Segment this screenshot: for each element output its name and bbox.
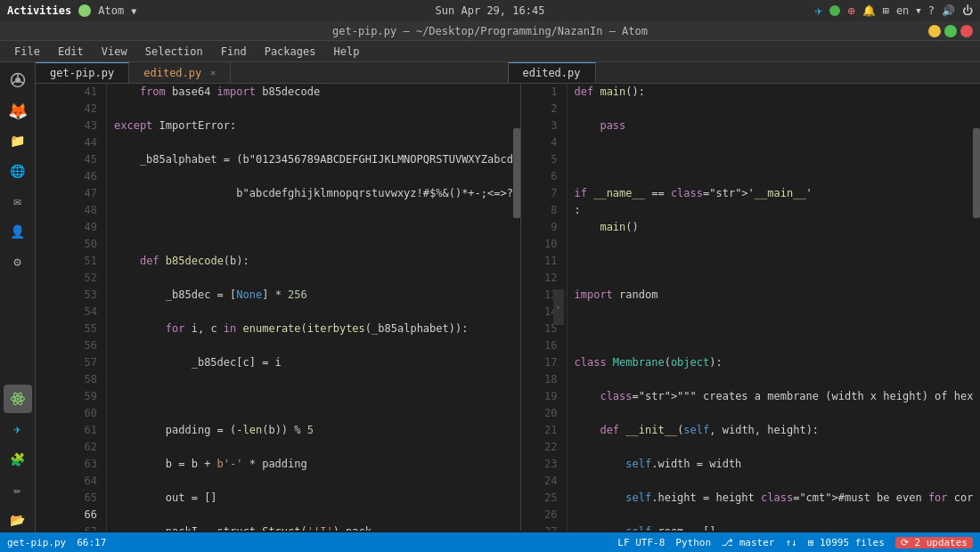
code-line: class="str">""" creates a membrane (widt… — [575, 388, 981, 405]
menu-help[interactable]: Help — [326, 44, 366, 60]
sidebar-icon-pencil[interactable]: ✏ — [4, 475, 32, 504]
system-bar: Activities Atom ▼ Sun Apr 29, 16:45 ✈ ⊕ … — [0, 0, 980, 21]
tab-edited-right[interactable]: edited.py — [509, 62, 596, 83]
line-number: 27 — [532, 524, 561, 531]
sidebar-icon-files[interactable]: 📁 — [4, 126, 32, 155]
line-number: 8 — [532, 202, 561, 219]
volume-icon[interactable]: 🔊 — [942, 4, 955, 17]
line-number: 54 — [71, 304, 101, 321]
maximize-button[interactable] — [944, 25, 957, 37]
status-language[interactable]: Python — [675, 537, 711, 548]
status-bar: get-pip.py 66:17 LF UTF-8 Python ⎇ maste… — [0, 532, 980, 552]
line-number: 22 — [532, 439, 561, 456]
atom-app-name[interactable]: Atom — [98, 4, 124, 17]
code-line: if __name__ == class="str">'__main__' — [575, 185, 981, 202]
system-bar-center: Sun Apr 29, 16:45 — [436, 4, 545, 17]
menu-edit[interactable]: Edit — [51, 44, 91, 60]
menu-selection[interactable]: Selection — [138, 44, 210, 60]
sidebar-icon-puzzle[interactable]: 🧩 — [4, 445, 32, 474]
code-line: self.room = [] — [575, 524, 981, 531]
line-number: 20 — [532, 405, 561, 422]
line-number: 21 — [532, 422, 561, 439]
line-number: 24 — [532, 473, 561, 490]
sidebar-icon-firefox[interactable]: 🦊 — [4, 96, 32, 125]
status-files[interactable]: ⊞ 10995 files — [808, 537, 885, 548]
code-line: def __init__(self, width, height): — [575, 422, 981, 439]
status-file[interactable]: get-pip.py — [7, 537, 66, 548]
line-number: 62 — [71, 439, 101, 456]
line-number: 6 — [532, 168, 561, 185]
line-number: 52 — [71, 270, 101, 287]
lang-dropdown[interactable]: ▼ — [916, 6, 920, 15]
menu-bar: File Edit View Selection Find Packages H… — [0, 41, 980, 62]
sidebar-icon-mail[interactable]: ✉ — [4, 187, 32, 215]
sidebar: 🦊 📁 🌐 ✉ 👤 ⚙ ✈ 🧩 ✏ 📂 — [0, 62, 36, 534]
svg-line-3 — [20, 82, 23, 84]
line-number: 53 — [71, 287, 101, 304]
line-number: 10 — [532, 236, 561, 253]
line-number: 64 — [71, 473, 101, 490]
close-button[interactable] — [960, 25, 973, 37]
help-icon[interactable]: ? — [928, 4, 935, 17]
dropdown-arrow[interactable]: ▼ — [131, 6, 136, 16]
sidebar-icon-folder2[interactable]: 📂 — [4, 506, 32, 534]
tab-edited-left[interactable]: edited.py ✕ — [129, 62, 231, 83]
menu-packages[interactable]: Packages — [257, 44, 323, 60]
tab-edited-right-label: edited.py — [523, 67, 581, 79]
status-position[interactable]: 66:17 — [77, 537, 106, 548]
menu-find[interactable]: Find — [214, 44, 254, 60]
notification-icon[interactable]: 🔔 — [862, 4, 876, 17]
line-number: 50 — [71, 236, 101, 253]
code-line: def main(): — [575, 84, 981, 101]
menu-view[interactable]: View — [94, 44, 135, 60]
pane-collapse-button[interactable]: › — [553, 289, 564, 325]
sidebar-icon-settings[interactable]: ⚙ — [4, 248, 32, 276]
status-updates[interactable]: ⟳ 2 updates — [895, 537, 973, 548]
lang-label[interactable]: en — [896, 4, 909, 17]
left-editor-pane: 4142434445464748495051525354555657585960… — [71, 84, 521, 531]
right-code-content[interactable]: def main(): pass if __name__ == class="s… — [568, 84, 981, 531]
activities-label[interactable]: Activities — [7, 4, 71, 17]
line-number: 56 — [71, 337, 101, 354]
line-number: 61 — [71, 422, 101, 439]
power-icon[interactable]: ⏻ — [962, 4, 973, 17]
code-line: b = b + b'-' * padding — [114, 456, 520, 473]
code-line — [114, 219, 520, 236]
line-number: 3 — [532, 118, 561, 134]
status-branch[interactable]: ⎇ master — [722, 537, 774, 548]
tab-close-icon[interactable]: ✕ — [210, 68, 216, 77]
code-line — [575, 253, 981, 270]
line-number: 67 — [71, 524, 101, 531]
code-line: self.height = height class="cmt">#must b… — [575, 490, 981, 507]
line-number: 51 — [71, 253, 101, 270]
status-encoding[interactable]: LF UTF-8 — [617, 537, 665, 548]
sidebar-icon-user[interactable]: 👤 — [4, 217, 32, 246]
code-line — [114, 388, 520, 405]
sidebar-icon-atom[interactable] — [4, 385, 32, 413]
line-number: 66 — [71, 507, 101, 524]
atom-indicator — [78, 4, 91, 17]
sidebar-icon-chrome[interactable] — [4, 66, 32, 94]
svg-point-1 — [15, 77, 20, 83]
line-number: 47 — [71, 185, 101, 202]
menu-file[interactable]: File — [7, 44, 47, 60]
tab-get-pip[interactable]: get-pip.py — [36, 62, 129, 83]
telegram-icon[interactable]: ✈ — [815, 4, 822, 18]
code-line — [575, 321, 981, 337]
status-arrows[interactable]: ↑↓ — [785, 537, 796, 548]
line-number: 57 — [71, 354, 101, 371]
line-number: 17 — [532, 354, 561, 371]
code-line: class Membrane(object): — [575, 354, 981, 371]
left-code-content[interactable]: from base64 import b85decode except Impo… — [107, 84, 520, 531]
window-icon[interactable]: ⊞ — [883, 4, 889, 17]
chrome-icon[interactable]: ⊕ — [847, 4, 854, 18]
circle-green-icon — [829, 5, 840, 16]
title-bar-controls — [928, 25, 973, 37]
sidebar-icon-globe[interactable]: 🌐 — [4, 157, 32, 185]
line-number: 4 — [532, 134, 561, 151]
minimize-button[interactable] — [928, 25, 941, 37]
sidebar-icon-telegram[interactable]: ✈ — [4, 415, 32, 443]
line-number: 41 — [71, 84, 101, 101]
line-number: 58 — [71, 371, 101, 388]
code-line: b"abcdefghijklmnopqrstuvwxyz!#$%&()*+-;<… — [114, 185, 520, 202]
